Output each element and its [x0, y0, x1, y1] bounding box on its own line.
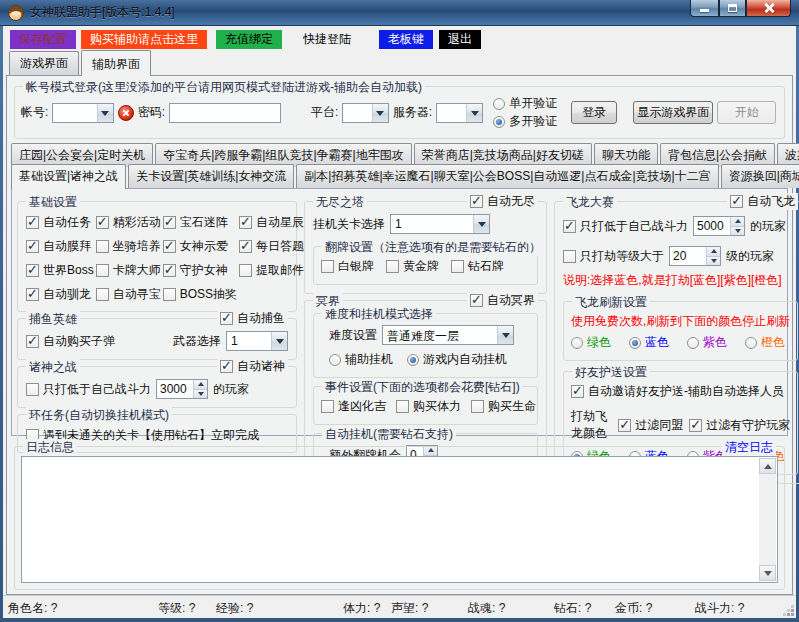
login-group: 帐号模式登录(这里没添加的平台请用网页模式登陆进游戏-辅助会自动加载) 帐号: … [14, 86, 785, 139]
password-input[interactable] [169, 103, 281, 123]
tab-dungeon-recruit-etc[interactable]: 副本|招募英雄|幸运魔石|聊天室|公会BOSS|自动巡逻|点石成金|竞技场|十二… [296, 164, 718, 188]
resize-grip[interactable] [791, 613, 794, 616]
cb-goddess-love[interactable]: 女神示爱 [163, 238, 237, 255]
radio-refresh-orange[interactable]: 橙色 [745, 334, 785, 351]
checkbox-label: 过滤有守护玩家 [706, 417, 790, 434]
radio-assist-hang[interactable]: 辅助挂机 [329, 351, 393, 368]
log-textarea[interactable] [21, 456, 778, 583]
level-limit-spinner[interactable]: 20 [669, 246, 721, 266]
cb-auto-endless[interactable]: 自动无尽 [467, 193, 538, 210]
close-button[interactable] [746, 0, 791, 17]
radio-label: 紫色 [703, 334, 727, 351]
cb-boss-lottery[interactable]: BOSS抽奖 [163, 286, 237, 303]
checkbox-label: 购买体力 [413, 398, 461, 415]
cb-buy-stamina[interactable]: 购买体力 [396, 398, 461, 415]
cb-fetch-mail[interactable]: 提取邮件 [239, 262, 304, 279]
exit-button[interactable]: 退出 [439, 30, 481, 49]
tab-assist-view[interactable]: 辅助界面 [81, 50, 151, 76]
cb-dragon-power-limit[interactable]: 只打低于自己战斗力 [563, 218, 688, 235]
tab-game-view[interactable]: 游戏界面 [9, 51, 79, 75]
cb-filter-alliance[interactable]: 过滤同盟 [618, 417, 683, 434]
cb-buy-bullets[interactable]: 自动购买子弹 [26, 333, 115, 350]
cb-invite-friend-escort[interactable]: 自动邀请好友护送-辅助自动选择人员 [571, 383, 784, 400]
cb-treasure-hunt[interactable]: 自动寻宝 [96, 286, 161, 303]
cb-auto-gods[interactable]: 自动诸神 [217, 358, 288, 375]
cb-gold-card[interactable]: 黄金牌 [386, 258, 439, 275]
radio-label: 多开验证 [509, 113, 557, 130]
save-config-button[interactable]: 保存配置 [10, 30, 76, 49]
radio-dot [571, 337, 583, 349]
boss-key-button[interactable]: 老板键 [379, 30, 433, 49]
radio-refresh-green[interactable]: 绿色 [571, 334, 611, 351]
server-combo[interactable] [436, 103, 483, 123]
tab-basic-gods-war[interactable]: 基础设置|诸神之战 [11, 164, 126, 189]
difficulty-combo[interactable]: 普通难度一层 [382, 325, 514, 345]
cb-auto-worship[interactable]: 自动膜拜 [26, 238, 94, 255]
spinner-down-button[interactable] [194, 390, 207, 399]
checkbox-label: 守护女神 [180, 262, 228, 279]
stage-combo[interactable]: 1 [390, 214, 490, 234]
radio-dot [407, 354, 419, 366]
dropdown-arrow-icon[interactable] [466, 104, 482, 122]
gods-power-spinner[interactable]: 3000 [156, 379, 208, 399]
account-combo[interactable] [52, 103, 113, 123]
log-scrollbar[interactable] [759, 458, 776, 581]
cb-gem-maze[interactable]: 宝石迷阵 [163, 214, 237, 231]
checkbox-box [451, 260, 464, 273]
minimize-button[interactable] [690, 0, 719, 17]
cb-diamond-card[interactable]: 钻石牌 [451, 258, 504, 275]
scroll-up-button[interactable] [759, 458, 776, 474]
spinner-value: 20 [670, 247, 706, 265]
radio-multi-verify[interactable]: 多开验证 [493, 113, 557, 130]
cb-auto-stars[interactable]: 自动星辰 [239, 214, 304, 231]
scroll-down-button[interactable] [759, 565, 776, 581]
cb-auto-task[interactable]: 自动任务 [26, 214, 94, 231]
cb-mount-train[interactable]: 坐骑培养 [96, 238, 161, 255]
radio-ingame-auto-hang[interactable]: 游戏内自动挂机 [407, 351, 507, 368]
checkbox-label: 自动购买子弹 [43, 333, 115, 350]
recharge-bind-button[interactable]: 充值绑定 [216, 30, 282, 49]
spinner-down-button[interactable] [731, 227, 744, 236]
radio-refresh-blue[interactable]: 蓝色 [629, 334, 669, 351]
tab-resource-mall-crossserver[interactable]: 资源换回|商城设置|跨服战场 [721, 164, 799, 188]
spinner-up-button[interactable] [707, 247, 720, 257]
cb-card-master[interactable]: 卡牌大师 [96, 262, 161, 279]
cb-filter-guarded[interactable]: 过滤有守护玩家 [689, 417, 790, 434]
cb-tame-dragon[interactable]: 自动驯龙 [26, 286, 94, 303]
spinner-down-button[interactable] [707, 257, 720, 266]
start-button[interactable]: 开始 [717, 101, 776, 124]
dropdown-arrow-icon[interactable] [473, 215, 489, 233]
show-game-button[interactable]: 显示游戏界面 [633, 101, 713, 124]
spinner-up-button[interactable] [194, 380, 207, 390]
radio-refresh-purple[interactable]: 紫色 [687, 334, 727, 351]
clear-log-link[interactable]: 清空日志 [722, 439, 776, 456]
cb-silver-card[interactable]: 白银牌 [321, 258, 374, 275]
buy-assist-button[interactable]: 购买辅助请点击这里 [81, 30, 207, 49]
quick-login-button[interactable]: 快捷登陆 [294, 30, 360, 49]
cb-world-boss[interactable]: 世界Boss [26, 262, 94, 279]
cb-auto-fishing[interactable]: 自动捕鱼 [217, 310, 288, 327]
cb-auto-underworld[interactable]: 自动冥界 [467, 292, 538, 309]
weapon-combo[interactable]: 1 [226, 331, 288, 351]
difficulty-combo-value: 普通难度一层 [383, 326, 497, 344]
power-limit-spinner[interactable]: 5000 [693, 216, 745, 236]
radio-single-verify[interactable]: 单开验证 [493, 95, 557, 112]
tab-stage-hero-goddess[interactable]: 关卡设置|英雄训练|女神交流 [128, 164, 294, 188]
dropdown-arrow-icon[interactable] [372, 104, 388, 122]
login-button[interactable]: 登录 [571, 101, 617, 124]
dropdown-arrow-icon[interactable] [97, 104, 113, 122]
cb-buy-life[interactable]: 购买生命 [471, 398, 536, 415]
cb-activities[interactable]: 精彩活动 [96, 214, 161, 231]
cb-turn-luck[interactable]: 逢凶化吉 [321, 398, 386, 415]
cb-daily-quiz[interactable]: 每日答题 [239, 238, 304, 255]
dropdown-arrow-icon[interactable] [497, 326, 513, 344]
title-bar[interactable]: 女神联盟助手[版本号:1.4.4] [0, 0, 799, 26]
platform-combo[interactable] [342, 103, 388, 123]
maximize-button[interactable] [719, 0, 746, 17]
dropdown-arrow-icon[interactable] [271, 332, 287, 350]
cb-guard-goddess[interactable]: 守护女神 [163, 262, 237, 279]
cb-gods-power-limit[interactable]: 只打低于自己战斗力 [26, 381, 151, 398]
spinner-up-button[interactable] [731, 217, 744, 227]
cb-dragon-level-limit[interactable]: 只打劫等级大于 [563, 248, 664, 265]
cb-auto-dragon[interactable]: 自动飞龙 [727, 193, 798, 210]
